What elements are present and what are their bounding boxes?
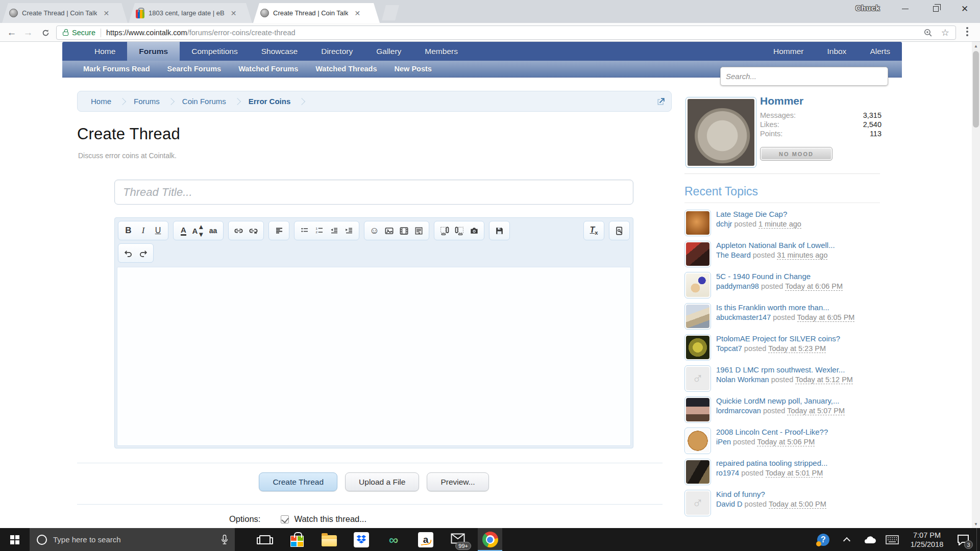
browser-profile-name[interactable]: Chuck bbox=[855, 4, 880, 12]
font-family-button[interactable]: aa bbox=[206, 223, 220, 238]
topic-title[interactable]: Kind of funny? bbox=[716, 490, 765, 498]
topic-list-item[interactable]: 2008 Lincoln Cent - Proof-Like?? iPen po… bbox=[684, 427, 881, 458]
topic-avatar[interactable] bbox=[684, 334, 711, 361]
topic-list-item[interactable]: Late Stage Die Cap? dchjr posted 1 minut… bbox=[684, 209, 881, 240]
topic-author[interactable]: paddyman98 bbox=[716, 282, 759, 290]
bbcode-editor-button[interactable] bbox=[612, 223, 627, 238]
profile-avatar[interactable] bbox=[685, 97, 756, 168]
onedrive-tray-button[interactable] bbox=[860, 528, 880, 551]
scroll-down-icon[interactable]: ▼ bbox=[972, 520, 980, 528]
create-thread-button[interactable]: Create Thread bbox=[259, 472, 337, 491]
topic-avatar[interactable] bbox=[684, 241, 711, 267]
touch-keyboard-button[interactable] bbox=[882, 528, 902, 551]
browser-menu-icon[interactable] bbox=[966, 27, 968, 29]
taskbar-search-box[interactable]: Type here to search bbox=[30, 528, 235, 551]
no-mood-button[interactable]: NO MOOD bbox=[760, 147, 832, 161]
topic-time[interactable]: 31 minutes ago bbox=[777, 251, 827, 260]
topic-title[interactable]: PtolomAE Project for SILVER coins? bbox=[716, 334, 840, 343]
gallery-embed-button[interactable] bbox=[467, 223, 481, 238]
topic-time[interactable]: Today at 5:00 PM bbox=[769, 500, 826, 509]
topic-author[interactable]: dchjr bbox=[716, 220, 732, 228]
subnav-mark-forums-read[interactable]: Mark Forums Read bbox=[75, 65, 159, 73]
breadcrumb-home[interactable]: Home bbox=[91, 97, 111, 106]
topic-time[interactable]: Today at 5:12 PM bbox=[795, 375, 853, 384]
topic-author[interactable]: The Beard bbox=[716, 251, 751, 259]
text-color-button[interactable]: A bbox=[181, 226, 186, 236]
undo-button[interactable] bbox=[121, 245, 136, 261]
microsoft-store-button[interactable] bbox=[285, 528, 309, 551]
subnav-watched-forums[interactable]: Watched Forums bbox=[230, 65, 307, 73]
task-view-button[interactable] bbox=[253, 528, 277, 551]
topic-title[interactable]: Is this Franklin worth more than... bbox=[716, 303, 829, 312]
tab-close-icon[interactable]: ✕ bbox=[103, 10, 109, 17]
mail-button[interactable]: 99+ bbox=[446, 528, 470, 551]
insert-link-button[interactable] bbox=[231, 223, 246, 238]
infinity-app-button[interactable]: ∞ bbox=[381, 528, 406, 551]
dropbox-button[interactable] bbox=[349, 528, 374, 551]
font-size-button[interactable]: A▲▼ bbox=[191, 223, 206, 238]
insert-image-button[interactable] bbox=[382, 223, 397, 238]
topic-avatar[interactable]: ♂ bbox=[684, 365, 711, 392]
breadcrumb-coin-forums[interactable]: Coin Forums bbox=[182, 97, 226, 106]
ordered-list-button[interactable]: 12 bbox=[312, 223, 327, 238]
topic-list-item[interactable]: Quickie LordM newp poll, January,... lor… bbox=[684, 395, 881, 427]
taskbar-clock[interactable]: 7:07 PM 1/25/2018 bbox=[903, 528, 950, 551]
italic-button[interactable]: I bbox=[136, 223, 151, 238]
topic-avatar[interactable] bbox=[684, 303, 711, 330]
topic-title[interactable]: repaired patina tooling stripped... bbox=[716, 459, 827, 467]
subnav-new-posts[interactable]: New Posts bbox=[386, 65, 440, 73]
preview-button[interactable]: Preview... bbox=[427, 472, 488, 491]
topic-list-item[interactable]: ♂ 1961 D LMC rpm southwest. Wexler... No… bbox=[684, 364, 881, 395]
jump-to-navigation-icon[interactable] bbox=[656, 96, 666, 107]
smiley-button[interactable]: ☺ bbox=[367, 223, 382, 238]
reload-button[interactable] bbox=[38, 25, 53, 40]
bold-button[interactable]: B bbox=[121, 223, 136, 238]
nav-item-competitions[interactable]: Competitions bbox=[180, 42, 249, 61]
nav-item-members[interactable]: Members bbox=[413, 42, 470, 61]
window-minimize-button[interactable] bbox=[891, 0, 919, 17]
underline-button[interactable]: U bbox=[151, 223, 165, 238]
site-search-box[interactable] bbox=[720, 67, 888, 86]
start-button[interactable] bbox=[0, 528, 30, 551]
nav-item-showcase[interactable]: Showcase bbox=[250, 42, 310, 61]
subnav-search-forums[interactable]: Search Forums bbox=[159, 65, 230, 73]
address-bar[interactable]: Secure https://www.cointalk.com/forums/e… bbox=[56, 26, 956, 40]
topic-title[interactable]: Appleton National Bank of Lowell... bbox=[716, 241, 835, 249]
show-desktop-button[interactable] bbox=[976, 528, 980, 551]
topic-author[interactable]: iPen bbox=[716, 438, 731, 446]
bookmark-star-icon[interactable]: ☆ bbox=[941, 27, 949, 38]
scrollbar-thumb[interactable] bbox=[973, 51, 979, 128]
topic-time[interactable]: Today at 5:07 PM bbox=[787, 407, 845, 415]
tab-close-icon[interactable]: ✕ bbox=[231, 10, 237, 17]
site-search-input[interactable] bbox=[721, 72, 888, 81]
window-close-button[interactable]: ✕ bbox=[950, 0, 979, 17]
forward-button[interactable]: → bbox=[20, 25, 36, 40]
scroll-up-icon[interactable]: ▲ bbox=[972, 42, 980, 50]
insert-quote-button[interactable] bbox=[411, 223, 426, 238]
action-center-button[interactable]: 3 bbox=[952, 528, 974, 551]
topic-list-item[interactable]: Is this Franklin worth more than... abuc… bbox=[684, 302, 881, 333]
breadcrumb-forums[interactable]: Forums bbox=[134, 97, 160, 106]
topic-title[interactable]: 5C - 1940 Found in Change bbox=[716, 272, 811, 281]
topic-list-item[interactable]: 5C - 1940 Found in Change paddyman98 pos… bbox=[684, 271, 881, 302]
drafts-save-button[interactable] bbox=[492, 223, 507, 238]
profile-username[interactable]: Hommer bbox=[760, 95, 803, 107]
amazon-button[interactable]: a bbox=[413, 528, 438, 551]
nav-item-account[interactable]: Hommer bbox=[762, 42, 815, 61]
topic-avatar[interactable] bbox=[684, 459, 711, 485]
topic-list-item[interactable]: PtolomAE Project for SILVER coins? Topca… bbox=[684, 333, 881, 364]
nav-item-forums[interactable]: Forums bbox=[127, 42, 180, 61]
browser-tab-3-active[interactable]: Create Thread | Coin Talk ✕ bbox=[253, 3, 380, 23]
topic-time[interactable]: Today at 6:06 PM bbox=[785, 282, 843, 291]
topic-avatar[interactable] bbox=[684, 210, 711, 236]
topic-title[interactable]: Quickie LordM newp poll, January,... bbox=[716, 396, 840, 405]
topic-list-item[interactable]: Appleton National Bank of Lowell... The … bbox=[684, 240, 881, 271]
topic-author[interactable]: ro1974 bbox=[716, 469, 739, 477]
topic-avatar[interactable] bbox=[684, 272, 711, 298]
microphone-icon[interactable] bbox=[220, 534, 229, 545]
topic-title[interactable]: 2008 Lincoln Cent - Proof-Like?? bbox=[716, 428, 828, 436]
topic-time[interactable]: Today at 5:01 PM bbox=[766, 469, 823, 478]
file-explorer-button[interactable] bbox=[317, 528, 341, 551]
upload-file-button[interactable]: Upload a File bbox=[345, 472, 419, 491]
new-tab-button[interactable] bbox=[382, 5, 399, 20]
